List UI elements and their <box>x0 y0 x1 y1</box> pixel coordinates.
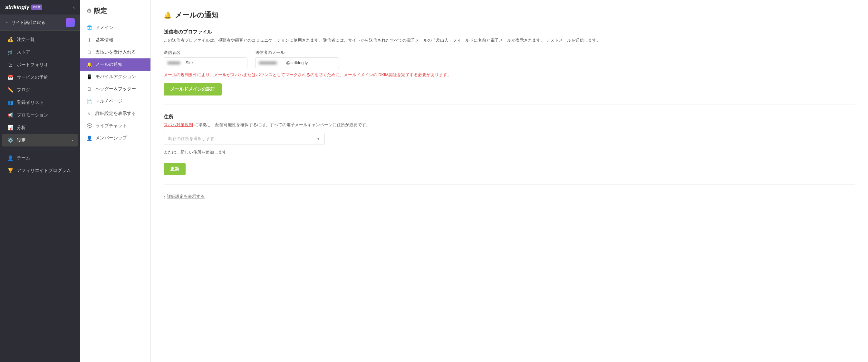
blog-icon: ✏️ <box>7 87 13 93</box>
page-title-text: メールの通知 <box>175 10 218 20</box>
settings-item-email[interactable]: 🔔 メールの通知 <box>80 58 151 71</box>
orders-icon: 💰 <box>7 37 13 43</box>
settings-item-advanced[interactable]: ∨ 詳細設定を表示する <box>80 107 151 120</box>
payment-icon: 🗓 <box>86 50 92 55</box>
sidebar-item-label: アフィリエイトプログラム <box>17 168 71 174</box>
verify-domain-button[interactable]: メールドメインの認証 <box>164 83 222 95</box>
sidebar-nav: 💰 注文一覧 🛒 ストア 🗂 ポートフォリオ 📅 サービスの予約 ✏️ ブログ … <box>0 31 80 180</box>
team-icon: 👤 <box>7 155 13 161</box>
sidebar-item-analytics[interactable]: 📊 分析 <box>2 122 78 134</box>
sender-email-label: 送信者のメール <box>255 50 339 55</box>
sender-profile-desc: この送信者プロファイルは、視聴者や顧客とのコミュニケーションに使用されます。受信… <box>164 37 855 44</box>
sidebar-item-booking[interactable]: 📅 サービスの予約 <box>2 71 78 84</box>
spam-policy-link[interactable]: スパム対策規制 <box>164 122 193 127</box>
sidebar-item-label: ブログ <box>17 87 30 93</box>
settings-item-label: マルチページ <box>95 99 122 104</box>
logo-text: strikingly <box>5 4 29 11</box>
update-button-wrapper: 更新 <box>164 163 855 175</box>
advanced-chevron-icon: ∨ <box>86 111 92 116</box>
dkim-warning-text: メールの規制要件により、メールがスパムまたはバウンスとしてマークされるのを防ぐた… <box>164 72 855 78</box>
sidebar-item-affiliate[interactable]: 🏆 アフィリエイトプログラム <box>2 165 78 177</box>
settings-item-domain[interactable]: 🌐 ドメイン <box>80 22 151 34</box>
section-divider-1 <box>164 105 855 105</box>
settings-item-multipage[interactable]: 📄 マルチページ <box>80 95 151 107</box>
sidebar-item-settings[interactable]: ⚙️ 設定 › <box>2 134 78 146</box>
settings-icon: ⚙️ <box>7 137 13 143</box>
sidebar-item-team[interactable]: 👤 チーム <box>2 152 78 164</box>
sender-form-row: 送信者名 ■■■■■ Site 送信者のメール ■■■■■■■ @strikin… <box>164 50 855 68</box>
sidebar-item-store[interactable]: 🛒 ストア <box>2 46 78 58</box>
address-select[interactable] <box>164 133 325 145</box>
settings-item-payment[interactable]: 🗓 支払いを受け入れる <box>80 46 151 58</box>
update-button[interactable]: 更新 <box>164 163 186 175</box>
settings-item-label: ライブチャット <box>95 123 127 129</box>
settings-item-membership[interactable]: 👤 メンバーシップ <box>80 132 151 144</box>
sidebar-item-label: 登録者リスト <box>17 100 44 106</box>
sidebar-item-label: ポートフォリオ <box>17 62 48 68</box>
nav-divider <box>4 149 76 149</box>
headerfooter-icon: 🗒 <box>86 86 92 92</box>
address-warning-suffix: に準拠し、配信可能性を確保するには、すべての電子メールキャンペーンに住所が必要で… <box>194 122 370 127</box>
settings-item-livechat[interactable]: 💬 ライブチャット <box>80 120 151 132</box>
multipage-icon: 📄 <box>86 99 92 104</box>
add-address-link[interactable]: または、新しい住所を追加します <box>164 149 226 155</box>
settings-item-headerfooter[interactable]: 🗒 ヘッダー＆フッター <box>80 83 151 95</box>
settings-item-basic[interactable]: ℹ 基本情報 <box>80 34 151 46</box>
settings-panel-title: ⚙ 設定 <box>80 6 151 22</box>
address-section-title: 住所 <box>164 114 855 120</box>
sidebar-logo: strikingly VIP版 <box>5 4 42 11</box>
section-divider-2 <box>164 184 855 185</box>
livechat-icon: 💬 <box>86 123 92 129</box>
sidebar-item-blog[interactable]: ✏️ ブログ <box>2 84 78 96</box>
settings-item-label: モバイルアクション <box>95 74 136 80</box>
sidebar-item-label: 設定 <box>17 137 26 143</box>
sidebar-toggle-icon[interactable]: ‹ <box>73 4 75 10</box>
store-icon: 🛒 <box>7 49 13 55</box>
sidebar: strikingly VIP版 ‹ ← サイト設計に戻る 💰 注文一覧 🛒 スト… <box>0 0 80 362</box>
settings-panel: ⚙ 設定 🌐 ドメイン ℹ 基本情報 🗓 支払いを受け入れる 🔔 メールの通知 … <box>80 0 151 362</box>
settings-item-mobile[interactable]: 📱 モバイルアクション <box>80 71 151 83</box>
sender-email-blurred: ■■■■■■■ <box>259 60 277 65</box>
promotions-icon: 📢 <box>7 112 13 118</box>
advanced-chevron-icon: › <box>164 194 165 199</box>
sidebar-item-label: 注文一覧 <box>17 37 35 43</box>
sidebar-header: strikingly VIP版 ‹ <box>0 0 80 15</box>
membership-icon: 👤 <box>86 136 92 141</box>
sidebar-item-portfolio[interactable]: 🗂 ポートフォリオ <box>2 59 78 71</box>
sender-email-group: 送信者のメール ■■■■■■■ @striking.ly <box>255 50 339 68</box>
sidebar-item-promotions[interactable]: 📢 プロモーション <box>2 109 78 121</box>
email-icon: 🔔 <box>86 62 92 67</box>
subscribers-icon: 👥 <box>7 100 13 106</box>
advanced-settings-toggle[interactable]: › 詳細設定を表示する <box>164 194 855 199</box>
settings-item-label: 詳細設定を表示する <box>95 111 136 116</box>
settings-item-label: 支払いを受け入れる <box>95 49 136 55</box>
advanced-toggle-text: 詳細設定を表示する <box>167 194 205 199</box>
settings-title-text: 設定 <box>94 6 107 15</box>
sidebar-item-orders[interactable]: 💰 注文一覧 <box>2 33 78 46</box>
address-warning: スパム対策規制 に準拠し、配信可能性を確保するには、すべての電子メールキャンペー… <box>164 122 855 128</box>
sender-profile-title: 送信者のプロファイル <box>164 29 855 35</box>
settings-arrow-icon: › <box>71 138 73 142</box>
analytics-icon: 📊 <box>7 125 13 131</box>
address-select-wrapper: ▼ 既存の住所を選択します <box>164 133 325 145</box>
sender-name-group: 送信者名 ■■■■■ Site <box>164 50 247 68</box>
sender-email-suffix: @striking.ly <box>286 60 308 65</box>
settings-item-label: 基本情報 <box>95 37 114 43</box>
main-content: 🔔 メールの通知 送信者のプロファイル この送信者プロファイルは、視聴者や顧客と… <box>151 0 868 362</box>
back-to-design-button[interactable]: ← サイト設計に戻る <box>0 15 80 31</box>
mobile-icon: 📱 <box>86 74 92 79</box>
test-email-link[interactable]: テストメールを送信します。 <box>546 38 600 43</box>
sidebar-item-subscribers[interactable]: 👥 登録者リスト <box>2 96 78 109</box>
sidebar-item-label: プロモーション <box>17 112 48 118</box>
settings-item-label: メールの通知 <box>95 62 122 67</box>
back-label: サイト設計に戻る <box>11 20 45 26</box>
portfolio-icon: 🗂 <box>7 62 13 68</box>
sidebar-item-label: サービスの予約 <box>17 75 48 80</box>
back-arrow-icon: ← <box>5 20 9 25</box>
vip-badge: VIP版 <box>31 4 42 10</box>
sidebar-item-label: チーム <box>17 155 30 161</box>
settings-item-label: メンバーシップ <box>95 135 127 141</box>
domain-icon: 🌐 <box>86 25 92 30</box>
sender-name-suffix: Site <box>186 60 193 65</box>
sender-profile-desc-text: この送信者プロファイルは、視聴者や顧客とのコミュニケーションに使用されます。受信… <box>164 38 545 43</box>
